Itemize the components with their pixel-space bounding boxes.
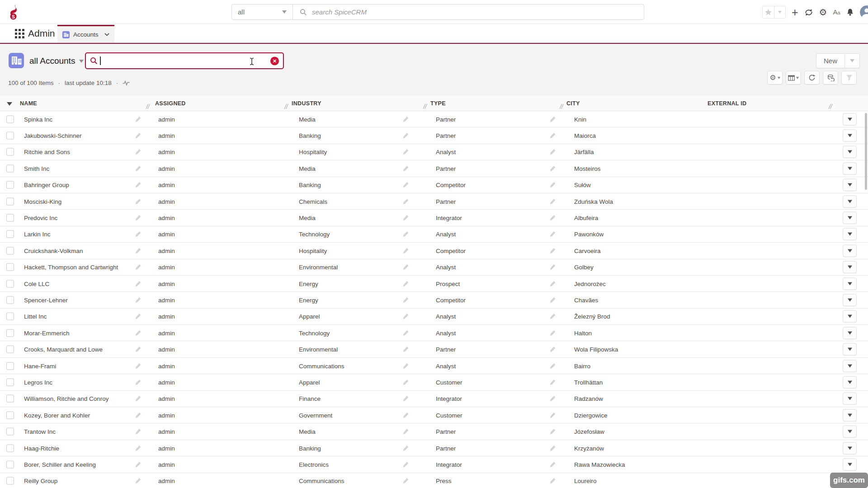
edit-pencil-icon[interactable] bbox=[549, 198, 556, 205]
account-name[interactable]: Larkin Inc bbox=[24, 231, 51, 238]
edit-pencil-icon[interactable] bbox=[549, 329, 556, 336]
edit-pencil-icon[interactable] bbox=[135, 313, 142, 320]
edit-pencil-icon[interactable] bbox=[549, 296, 556, 303]
column-header-type[interactable]: TYPE bbox=[430, 100, 446, 107]
account-name[interactable]: Hane-Frami bbox=[24, 362, 56, 369]
edit-pencil-icon[interactable] bbox=[135, 329, 142, 336]
new-button[interactable]: New bbox=[816, 54, 844, 68]
edit-pencil-icon[interactable] bbox=[549, 313, 556, 320]
add-plus-icon[interactable]: + bbox=[792, 8, 798, 17]
edit-pencil-icon[interactable] bbox=[135, 346, 142, 353]
account-name[interactable]: Mosciski-King bbox=[24, 198, 61, 205]
global-search-input[interactable]: search SpiceCRM bbox=[293, 5, 644, 19]
column-header-name[interactable]: NAME bbox=[20, 100, 37, 107]
row-actions-button[interactable] bbox=[843, 244, 857, 257]
edit-pencil-icon[interactable] bbox=[135, 132, 142, 139]
column-resize-handle[interactable] bbox=[828, 103, 833, 109]
row-actions-button[interactable] bbox=[843, 146, 857, 158]
row-actions-button[interactable] bbox=[843, 458, 857, 470]
edit-pencil-icon[interactable] bbox=[402, 247, 409, 254]
edit-pencil-icon[interactable] bbox=[135, 231, 142, 238]
row-actions-button[interactable] bbox=[843, 162, 857, 174]
edit-pencil-icon[interactable] bbox=[135, 116, 142, 122]
account-name[interactable]: Bahringer Group bbox=[24, 182, 69, 188]
account-name[interactable]: Reilly Group bbox=[24, 478, 57, 484]
edit-pencil-icon[interactable] bbox=[135, 395, 142, 402]
edit-pencil-icon[interactable] bbox=[549, 362, 556, 369]
row-checkbox[interactable] bbox=[6, 477, 14, 485]
row-checkbox[interactable] bbox=[6, 444, 14, 452]
edit-pencil-icon[interactable] bbox=[402, 313, 409, 320]
edit-pencil-icon[interactable] bbox=[402, 445, 409, 451]
edit-pencil-icon[interactable] bbox=[402, 362, 409, 369]
account-name[interactable]: Predovic Inc bbox=[24, 215, 57, 221]
restore-button[interactable] bbox=[823, 71, 838, 84]
row-actions-button[interactable] bbox=[843, 130, 857, 142]
edit-pencil-icon[interactable] bbox=[549, 231, 556, 238]
edit-pencil-icon[interactable] bbox=[402, 264, 409, 271]
account-name[interactable]: Jakubowski-Schinner bbox=[24, 132, 82, 139]
row-actions-button[interactable] bbox=[843, 212, 857, 224]
edit-pencil-icon[interactable] bbox=[135, 182, 142, 188]
edit-pencil-icon[interactable] bbox=[135, 478, 142, 484]
row-actions-button[interactable] bbox=[843, 426, 857, 438]
row-actions-button[interactable] bbox=[843, 310, 857, 323]
edit-pencil-icon[interactable] bbox=[402, 231, 409, 238]
edit-pencil-icon[interactable] bbox=[549, 346, 556, 353]
row-checkbox[interactable] bbox=[6, 263, 14, 271]
edit-pencil-icon[interactable] bbox=[402, 132, 409, 139]
row-checkbox[interactable] bbox=[6, 428, 14, 436]
account-name[interactable]: Legros Inc bbox=[24, 379, 52, 385]
sync-icon[interactable] bbox=[804, 9, 813, 16]
edit-pencil-icon[interactable] bbox=[402, 428, 409, 435]
account-name[interactable]: Smith Inc bbox=[24, 165, 49, 172]
edit-pencil-icon[interactable] bbox=[135, 461, 142, 468]
row-actions-button[interactable] bbox=[843, 327, 857, 339]
row-actions-button[interactable] bbox=[843, 376, 857, 388]
edit-pencil-icon[interactable] bbox=[135, 198, 142, 205]
row-actions-button[interactable] bbox=[843, 393, 857, 405]
edit-pencil-icon[interactable] bbox=[135, 264, 142, 271]
filter-button[interactable] bbox=[841, 71, 857, 84]
row-checkbox[interactable] bbox=[6, 329, 14, 337]
row-checkbox[interactable] bbox=[6, 460, 14, 468]
account-name[interactable]: Spinka Inc bbox=[24, 116, 52, 122]
edit-pencil-icon[interactable] bbox=[549, 412, 556, 418]
row-actions-button[interactable] bbox=[843, 343, 857, 356]
row-actions-button[interactable] bbox=[843, 277, 857, 290]
account-name[interactable]: Ritchie and Sons bbox=[24, 149, 70, 155]
column-resize-handle[interactable] bbox=[423, 103, 427, 109]
account-name[interactable]: Cole LLC bbox=[24, 280, 49, 287]
account-name[interactable]: Morar-Emmerich bbox=[24, 329, 70, 336]
edit-pencil-icon[interactable] bbox=[402, 296, 409, 303]
edit-pencil-icon[interactable] bbox=[549, 379, 556, 385]
account-name[interactable]: Spencer-Lehner bbox=[24, 296, 68, 303]
select-all-caret[interactable] bbox=[7, 102, 12, 106]
edit-pencil-icon[interactable] bbox=[135, 362, 142, 369]
account-name[interactable]: Hackett, Thompson and Cartwright bbox=[24, 264, 118, 271]
edit-pencil-icon[interactable] bbox=[135, 412, 142, 418]
gear-icon[interactable]: ⚙ bbox=[819, 8, 827, 17]
row-checkbox[interactable] bbox=[6, 247, 14, 254]
edit-pencil-icon[interactable] bbox=[549, 428, 556, 435]
column-header-external-id[interactable]: EXTERNAL ID bbox=[708, 100, 746, 107]
column-resize-handle[interactable] bbox=[284, 103, 288, 109]
favorite-caret-button[interactable] bbox=[774, 6, 785, 18]
edit-pencil-icon[interactable] bbox=[402, 215, 409, 221]
edit-pencil-icon[interactable] bbox=[402, 149, 409, 155]
bell-icon[interactable] bbox=[846, 8, 854, 16]
row-checkbox[interactable] bbox=[6, 230, 14, 238]
edit-pencil-icon[interactable] bbox=[402, 346, 409, 353]
edit-pencil-icon[interactable] bbox=[549, 149, 556, 155]
row-actions-button[interactable] bbox=[843, 261, 857, 273]
column-resize-handle[interactable] bbox=[559, 103, 564, 109]
edit-pencil-icon[interactable] bbox=[402, 395, 409, 402]
font-size-icon[interactable]: Aa bbox=[833, 8, 840, 16]
new-button-caret[interactable] bbox=[844, 54, 859, 68]
user-avatar[interactable] bbox=[860, 5, 868, 19]
edit-pencil-icon[interactable] bbox=[549, 116, 556, 122]
row-checkbox[interactable] bbox=[6, 164, 14, 172]
edit-pencil-icon[interactable] bbox=[549, 264, 556, 271]
row-actions-button[interactable] bbox=[843, 113, 857, 125]
list-settings-button[interactable]: ⚙ bbox=[767, 71, 783, 84]
